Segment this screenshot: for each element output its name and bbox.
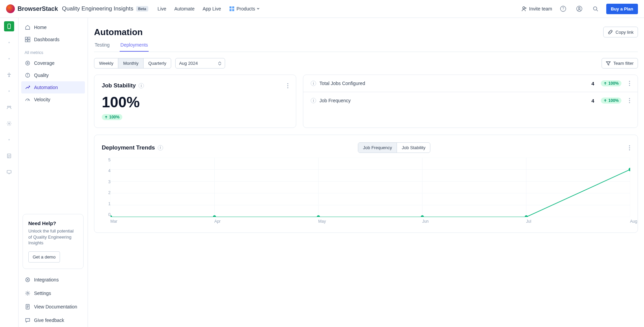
svg-point-43	[629, 147, 630, 148]
sidebar-item-automation[interactable]: Automation	[21, 81, 85, 93]
nav-link-products[interactable]: Products	[229, 6, 260, 11]
team-filter-button[interactable]: Team filter	[602, 58, 638, 69]
rail-item-1[interactable]	[4, 37, 14, 48]
svg-point-4	[523, 7, 525, 9]
help-card-title: Need Help?	[28, 220, 78, 226]
segment-quarterly[interactable]: Quarterly	[144, 58, 171, 68]
chart-y-axis: 543210	[102, 158, 111, 217]
sidebar-item-dashboards[interactable]: Dashboards	[21, 33, 85, 46]
buy-plan-button[interactable]: Buy a Plan	[606, 4, 638, 14]
monitor-icon	[6, 169, 12, 175]
trend-pill: 100%	[601, 80, 621, 86]
sidebar-item-coverage[interactable]: Coverage	[21, 57, 85, 69]
sidebar-item-velocity[interactable]: Velocity	[21, 93, 85, 106]
kebab-menu-button[interactable]	[287, 83, 288, 88]
chart-x-axis: MarAprMayJunJulAug	[111, 219, 630, 225]
info-icon[interactable]: i	[139, 83, 144, 88]
rail-item-9[interactable]	[4, 167, 14, 177]
kebab-menu-button[interactable]	[629, 81, 630, 86]
rail-item-7[interactable]	[4, 135, 14, 145]
tab-deployments[interactable]: Deployments	[120, 42, 149, 52]
brand-logo-icon	[6, 4, 15, 13]
settings-small-icon	[6, 121, 12, 126]
filter-icon	[606, 61, 611, 66]
nav-link-products-label: Products	[237, 6, 255, 11]
sidebar-item-docs[interactable]: View Documentation	[21, 300, 85, 314]
arrow-up-icon	[104, 115, 108, 119]
sidebar-item-home[interactable]: Home	[21, 21, 85, 33]
kebab-menu-button[interactable]	[629, 145, 630, 151]
invite-team-label: Invite team	[529, 6, 552, 11]
sidebar-item-settings[interactable]: Settings	[21, 287, 85, 300]
svg-point-40	[629, 100, 630, 101]
rail-item-5[interactable]	[4, 102, 14, 112]
info-icon[interactable]: i	[311, 98, 316, 103]
period-segmented: Weekly Monthly Quarterly	[94, 58, 171, 69]
info-icon[interactable]: i	[311, 81, 316, 86]
sidebar-item-label: Velocity	[34, 97, 50, 102]
rail-item-8[interactable]	[4, 151, 14, 161]
gear-icon	[25, 290, 31, 296]
brand-name: BrowserStack	[18, 5, 58, 12]
sidebar-item-label: Give feedback	[34, 318, 64, 323]
search-button[interactable]	[590, 3, 601, 14]
sidebar-item-feedback[interactable]: Give feedback	[21, 314, 85, 327]
segment-weekly[interactable]: Weekly	[94, 58, 118, 68]
job-stability-value: 100%	[102, 94, 288, 111]
card-metrics: i Total Jobs Configured 4 100% i Job Fre…	[303, 75, 638, 128]
rail-item-0[interactable]	[4, 21, 14, 31]
kebab-icon	[629, 145, 630, 151]
svg-rect-2	[229, 9, 232, 11]
nav-link-live[interactable]: Live	[158, 6, 166, 11]
card-deployment-trends: Deployment Trends i Job Frequency Job St…	[94, 135, 638, 233]
sidebar-item-integrations[interactable]: Integrations	[21, 273, 85, 287]
svg-point-60	[421, 215, 424, 217]
dot-icon	[8, 42, 10, 44]
chat-icon	[25, 317, 31, 323]
svg-point-38	[629, 85, 630, 86]
brand: BrowserStack	[6, 4, 58, 13]
sidebar-item-quality[interactable]: Quality	[21, 69, 85, 81]
svg-rect-21	[7, 170, 11, 173]
date-select[interactable]: Aug 2024	[175, 58, 225, 69]
kebab-menu-button[interactable]	[629, 98, 630, 103]
sidebar-item-label: View Documentation	[34, 304, 77, 309]
tab-testing[interactable]: Testing	[94, 42, 110, 52]
rail-item-6[interactable]	[4, 118, 14, 129]
chart-toggle-job-stability[interactable]: Job Stability	[397, 143, 430, 153]
info-icon[interactable]: i	[158, 145, 163, 151]
nav-link-automate[interactable]: Automate	[174, 6, 194, 11]
segment-monthly[interactable]: Monthly	[118, 58, 144, 68]
rail-item-4[interactable]	[4, 86, 14, 96]
svg-point-29	[27, 76, 28, 77]
nav-link-app-live[interactable]: App Live	[203, 6, 221, 11]
copy-link-button[interactable]: Copy link	[603, 27, 638, 37]
sidebar: Home Dashboards All metrics Coverage Qua…	[19, 18, 88, 327]
chart-svg	[111, 158, 630, 217]
metric-row-job-frequency: i Job Frequency 4 100%	[303, 92, 638, 109]
trend-value: 100%	[608, 98, 619, 103]
chart-toggle-job-frequency[interactable]: Job Frequency	[358, 143, 397, 153]
svg-point-14	[9, 73, 10, 74]
rail-item-3[interactable]	[4, 70, 14, 80]
svg-rect-24	[25, 40, 27, 42]
get-demo-button[interactable]: Get a demo	[28, 251, 60, 263]
metric-row-total-jobs: i Total Jobs Configured 4 100%	[303, 75, 638, 92]
svg-rect-0	[229, 6, 232, 8]
grid-icon	[229, 6, 235, 11]
svg-point-17	[9, 106, 11, 107]
svg-point-33	[287, 83, 288, 84]
rail-item-2[interactable]	[4, 54, 14, 64]
nav-right: Invite team ? Buy a Plan	[522, 3, 638, 14]
chart-area: 543210 MarAprMayJunJulAug	[102, 158, 630, 225]
page-title: Automation	[94, 27, 143, 37]
invite-team-button[interactable]: Invite team	[522, 6, 552, 11]
mobile-icon	[6, 24, 12, 29]
tabs: Testing Deployments	[94, 42, 638, 52]
account-button[interactable]	[574, 3, 585, 14]
sidebar-item-label: Settings	[34, 291, 51, 296]
link-icon	[608, 29, 613, 35]
sidebar-item-label: Dashboards	[34, 37, 60, 42]
arrow-up-icon	[604, 82, 607, 85]
help-button[interactable]: ?	[558, 3, 569, 14]
